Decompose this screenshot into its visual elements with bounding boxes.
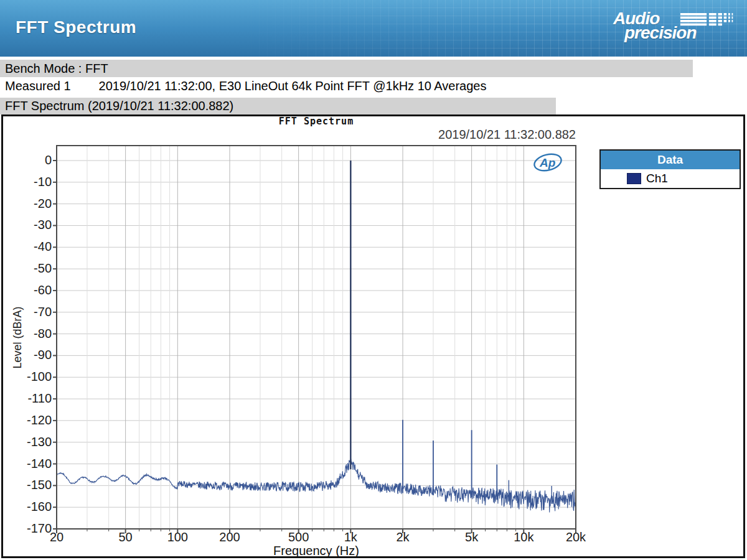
y-tick-label: -40 xyxy=(3,240,52,254)
y-tick-label: -50 xyxy=(3,261,52,276)
svg-text:Ap: Ap xyxy=(539,156,555,169)
measured-value: 2019/10/21 11:32:00, E30 LineOut 64k Poi… xyxy=(99,77,487,95)
y-tick-label: -60 xyxy=(3,283,52,297)
y-tick-label: -120 xyxy=(3,413,52,427)
y-tick-label: -100 xyxy=(3,370,52,384)
y-tick-label: -30 xyxy=(3,218,52,232)
chart-frame: FFT Spectrum 2019/10/21 11:32:00.882 Lev… xyxy=(1,114,745,558)
x-tick-label: 200 xyxy=(210,530,250,544)
x-tick-label: 2k xyxy=(383,530,423,544)
chart-timestamp: 2019/10/21 11:32:00.882 xyxy=(438,128,576,142)
bench-mode-bar: Bench Mode : FFT xyxy=(0,60,693,77)
x-tick-label: 1k xyxy=(331,530,370,544)
x-tick-label: 10k xyxy=(504,530,543,544)
graph-title-text: FFT Spectrum (2019/10/21 11:32:00.882) xyxy=(5,98,233,114)
y-tick-label: -110 xyxy=(3,391,52,406)
x-tick-label: 500 xyxy=(279,530,319,544)
logo-bars-icon xyxy=(679,13,736,27)
y-tick-label: -150 xyxy=(3,478,52,492)
measured-bar: Measured 1 2019/10/21 11:32:00, E30 Line… xyxy=(0,77,747,95)
x-tick-label: 20 xyxy=(37,530,77,544)
y-tick-label: -20 xyxy=(3,197,52,211)
y-tick-label: -140 xyxy=(3,457,52,471)
legend-series-ch1: Ch1 xyxy=(601,169,740,188)
chart-title: FFT Spectrum xyxy=(57,116,576,127)
page-title: FFT Spectrum xyxy=(16,17,136,37)
ap-swoosh-icon: Ap xyxy=(531,152,565,173)
legend-header: Data xyxy=(601,151,740,169)
y-tick-label: -80 xyxy=(3,327,52,341)
series-swatch xyxy=(627,173,641,184)
measured-label: Measured 1 xyxy=(5,77,95,95)
x-tick-label: 20k xyxy=(556,530,596,544)
y-tick-label: -90 xyxy=(3,348,52,362)
x-tick-label: 50 xyxy=(106,530,146,544)
x-axis-title: Frequency (Hz) xyxy=(57,544,576,558)
series-label: Ch1 xyxy=(646,172,668,185)
x-tick-label: 5k xyxy=(452,530,492,544)
bench-mode-text: Bench Mode : FFT xyxy=(5,60,108,77)
y-tick-label: -160 xyxy=(3,500,52,514)
x-tick-label: 100 xyxy=(157,530,197,544)
y-tick-label: -130 xyxy=(3,435,52,449)
y-tick-label: -70 xyxy=(3,305,52,319)
legend: Data Ch1 xyxy=(599,149,741,189)
ap-report-page: FFT Spectrum Audio precision Bench Mode … xyxy=(0,0,747,560)
y-tick-label: -10 xyxy=(3,175,52,189)
audio-precision-logo: Audio precision xyxy=(612,10,743,45)
y-tick-label: 0 xyxy=(3,153,52,167)
graph-title-bar: FFT Spectrum (2019/10/21 11:32:00.882) xyxy=(0,98,556,114)
report-banner: FFT Spectrum Audio precision xyxy=(0,0,747,57)
logo-word-precision: precision xyxy=(624,24,696,42)
